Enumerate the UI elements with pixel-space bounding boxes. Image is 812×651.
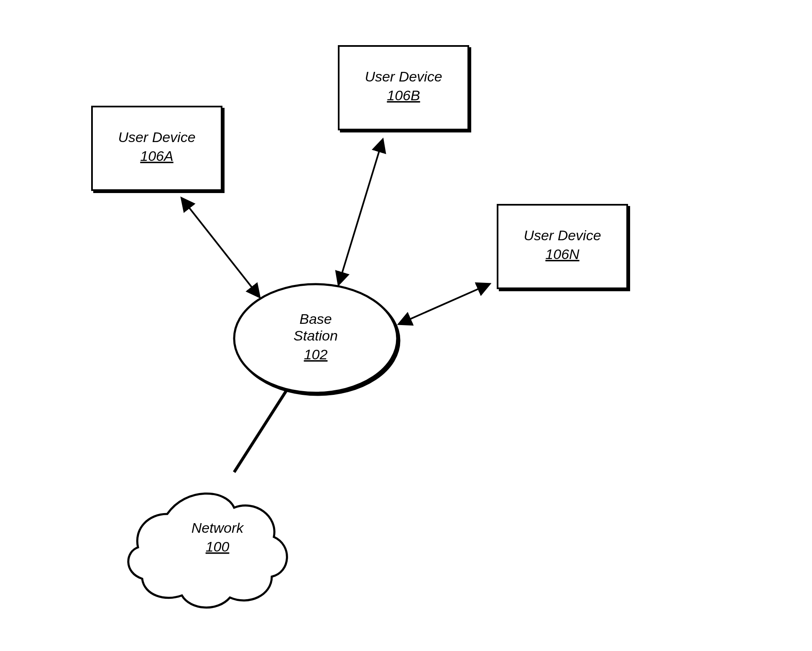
base-station-label2: Station <box>294 328 338 343</box>
device-a-label: User Device <box>118 129 195 145</box>
edge-bs-network <box>234 389 288 472</box>
network-ref: 100 <box>206 539 230 554</box>
edge-bs-device-a <box>182 198 259 297</box>
device-b-ref: 106B <box>387 87 420 103</box>
edge-bs-device-n <box>399 284 489 324</box>
device-a-ref: 106A <box>140 148 173 164</box>
base-station-label1: Base <box>299 311 332 327</box>
device-n-ref: 106N <box>545 246 580 262</box>
diagram-canvas: User Device 106A User Device 106B User D… <box>0 0 812 651</box>
device-b-label: User Device <box>365 69 442 84</box>
edge-bs-device-b <box>339 140 383 284</box>
device-n-label: User Device <box>523 227 601 243</box>
base-station-ref: 102 <box>304 346 328 362</box>
network-label: Network <box>192 520 245 536</box>
